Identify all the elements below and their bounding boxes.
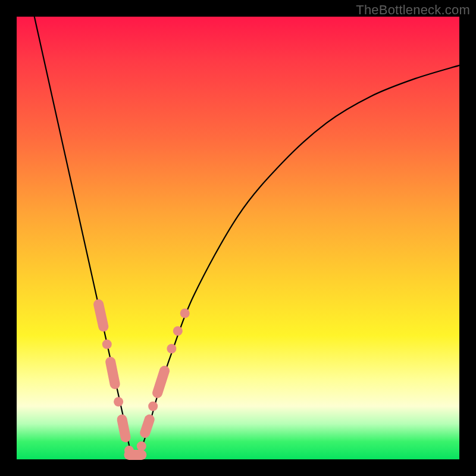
chart-frame: TheBottleneck.com	[0, 0, 476, 476]
data-bead-capsule	[145, 419, 149, 433]
watermark-text: TheBottleneck.com	[356, 2, 470, 18]
data-bead-capsule	[99, 305, 104, 327]
data-bead	[114, 397, 123, 406]
curve-right-branch	[136, 65, 459, 459]
data-bead	[167, 344, 176, 353]
data-bead	[148, 402, 158, 411]
data-beads	[99, 305, 190, 456]
data-bead-capsule	[158, 371, 165, 393]
data-bead-capsule	[111, 362, 115, 384]
data-bead	[180, 308, 190, 318]
data-bead	[102, 340, 112, 349]
data-bead	[173, 326, 183, 336]
plot-area	[17, 17, 459, 459]
curve-layer	[17, 17, 459, 459]
data-bead	[137, 441, 146, 451]
curve-left-branch	[35, 17, 136, 459]
data-bead-capsule	[122, 419, 126, 437]
